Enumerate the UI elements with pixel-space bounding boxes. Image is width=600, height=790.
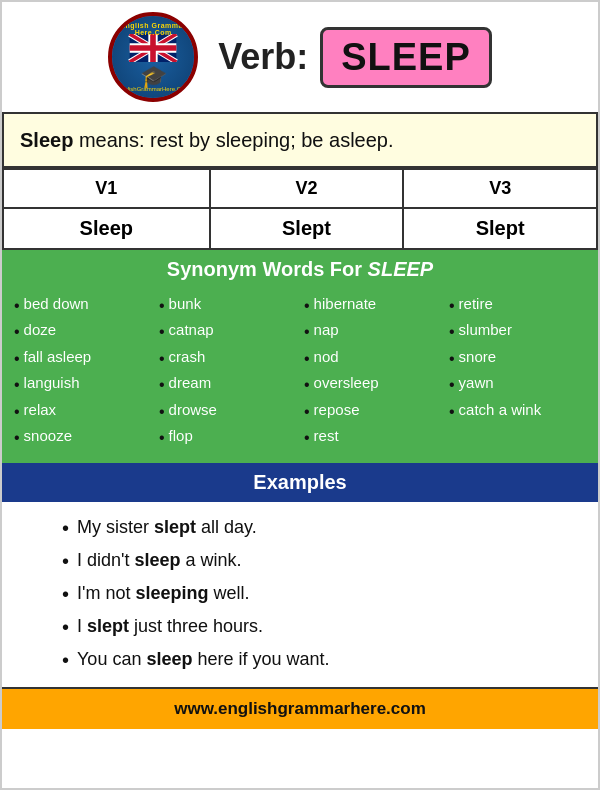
bullet-icon: •	[14, 348, 20, 370]
bullet-icon: •	[304, 321, 310, 343]
list-item: •languish	[14, 372, 151, 398]
bullet-icon: •	[159, 401, 165, 423]
bullet-icon: •	[304, 295, 310, 317]
list-item: •retire	[449, 293, 586, 319]
synonyms-title: Synonym Words For SLEEP	[167, 258, 433, 280]
example-text: I slept just three hours.	[77, 616, 263, 637]
synonym-col-3: •hibernate•nap•nod•oversleep•repose•rest	[300, 293, 445, 451]
examples-list: My sister slept all day.I didn't sleep a…	[2, 502, 598, 687]
list-item: •catnap	[159, 319, 296, 345]
footer-url: www.englishgrammarhere.com	[174, 699, 426, 718]
list-item: •doze	[14, 319, 151, 345]
list-item: I'm not sleeping well.	[62, 578, 578, 611]
list-item: •hibernate	[304, 293, 441, 319]
list-item: •bunk	[159, 293, 296, 319]
example-bold: slept	[154, 517, 196, 537]
list-item: •nod	[304, 346, 441, 372]
bullet-icon: •	[304, 348, 310, 370]
bullet-icon: •	[159, 374, 165, 396]
bullet-icon: •	[304, 427, 310, 449]
definition-word: Sleep	[20, 129, 73, 151]
list-item: •crash	[159, 346, 296, 372]
col-v3: V3	[403, 169, 597, 208]
bullet-icon: •	[449, 401, 455, 423]
bullet-icon: •	[14, 374, 20, 396]
example-text: I'm not sleeping well.	[77, 583, 250, 604]
list-item: •fall asleep	[14, 346, 151, 372]
val-v3: Slept	[403, 208, 597, 249]
val-v2: Slept	[210, 208, 404, 249]
bullet-icon: •	[449, 374, 455, 396]
list-item: •flop	[159, 425, 296, 451]
list-item: •relax	[14, 399, 151, 425]
list-item: •yawn	[449, 372, 586, 398]
list-item: •bed down	[14, 293, 151, 319]
example-text: I didn't sleep a wink.	[77, 550, 242, 571]
example-bold: sleep	[135, 550, 181, 570]
list-item: I didn't sleep a wink.	[62, 545, 578, 578]
synonyms-word: SLEEP	[368, 258, 434, 280]
definition-box: Sleep means: rest by sleeping; be asleep…	[2, 112, 598, 168]
example-text: You can sleep here if you want.	[77, 649, 330, 670]
logo: English GrammarHere.Com 🎓 EnglishGrammar…	[108, 12, 198, 102]
bullet-icon: •	[14, 401, 20, 423]
example-text: My sister slept all day.	[77, 517, 257, 538]
bullet-icon: •	[14, 427, 20, 449]
uk-flag-icon	[128, 34, 178, 62]
list-item: •slumber	[449, 319, 586, 345]
synonym-col-1: •bed down•doze•fall asleep•languish•rela…	[10, 293, 155, 451]
list-item: •snore	[449, 346, 586, 372]
bullet-icon: •	[304, 374, 310, 396]
list-item: •oversleep	[304, 372, 441, 398]
list-item: My sister slept all day.	[62, 512, 578, 545]
col-v2: V2	[210, 169, 404, 208]
synonyms-header: Synonym Words For SLEEP	[2, 250, 598, 289]
conjugation-table: V1 V2 V3 Sleep Slept Slept	[2, 168, 598, 250]
synonym-col-2: •bunk•catnap•crash•dream•drowse•flop	[155, 293, 300, 451]
bullet-icon: •	[304, 401, 310, 423]
bullet-icon: •	[449, 321, 455, 343]
example-bold: slept	[87, 616, 129, 636]
logo-text-bottom: EnglishGrammarHere.Com	[112, 86, 194, 92]
list-item: •rest	[304, 425, 441, 451]
footer: www.englishgrammarhere.com	[2, 687, 598, 729]
bullet-icon: •	[449, 348, 455, 370]
bullet-icon: •	[449, 295, 455, 317]
page-header: English GrammarHere.Com 🎓 EnglishGrammar…	[2, 2, 598, 112]
synonyms-grid: •bed down•doze•fall asleep•languish•rela…	[2, 289, 598, 463]
col-v1: V1	[3, 169, 210, 208]
bullet-icon: •	[159, 348, 165, 370]
list-item: •repose	[304, 399, 441, 425]
bullet-icon: •	[14, 321, 20, 343]
header-title: Verb: SLEEP	[218, 27, 492, 88]
list-item: You can sleep here if you want.	[62, 644, 578, 677]
list-item: •catch a wink	[449, 399, 586, 425]
example-bold: sleeping	[135, 583, 208, 603]
definition-text: means: rest by sleeping; be asleep.	[73, 129, 393, 151]
list-item: •drowse	[159, 399, 296, 425]
list-item: I slept just three hours.	[62, 611, 578, 644]
bullet-icon: •	[14, 295, 20, 317]
verb-label: Verb:	[218, 36, 308, 78]
bullet-icon: •	[159, 295, 165, 317]
list-item: •nap	[304, 319, 441, 345]
example-bold: sleep	[146, 649, 192, 669]
logo-text-top: English GrammarHere.Com	[112, 22, 194, 36]
val-v1: Sleep	[3, 208, 210, 249]
synonyms-section: Synonym Words For SLEEP •bed down•doze•f…	[2, 250, 598, 463]
synonym-col-4: •retire•slumber•snore•yawn•catch a wink	[445, 293, 590, 451]
list-item: •dream	[159, 372, 296, 398]
examples-header: Examples	[2, 463, 598, 502]
bullet-icon: •	[159, 321, 165, 343]
list-item: •snooze	[14, 425, 151, 451]
bullet-icon: •	[159, 427, 165, 449]
word-badge: SLEEP	[320, 27, 492, 88]
